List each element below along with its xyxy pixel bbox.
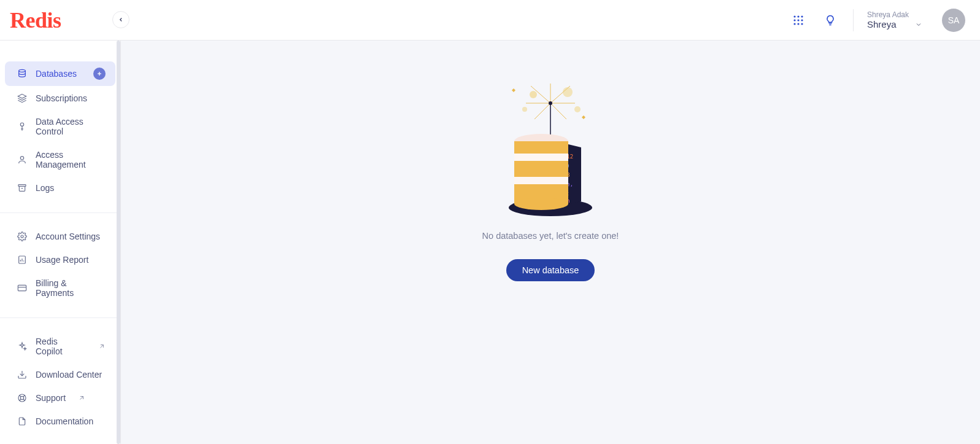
chevron-left-icon	[118, 17, 124, 23]
archive-icon	[17, 183, 27, 193]
svg-point-0	[793, 15, 795, 17]
layers-icon	[17, 93, 27, 103]
sidebar-item-label: Data Access Control	[36, 117, 106, 136]
svg-rect-57	[514, 141, 568, 154]
sidebar-item-logs[interactable]: Logs	[5, 177, 115, 199]
download-icon	[17, 370, 27, 380]
sidebar-item-redis-copilot[interactable]: Redis Copilot	[5, 330, 115, 362]
key-icon	[17, 122, 27, 131]
svg-point-7	[797, 23, 799, 25]
plus-icon	[96, 71, 102, 77]
header: Redis Shreya Adak Shreya SA	[0, 0, 980, 41]
svg-point-2	[801, 15, 803, 17]
svg-point-62	[514, 198, 568, 210]
sidebar-item-label: Download Center	[36, 370, 102, 380]
sidebar-item-documentation[interactable]: Documentation	[5, 410, 115, 432]
svg-point-16	[20, 157, 23, 160]
svg-line-34	[80, 397, 83, 400]
svg-point-29	[20, 396, 23, 399]
svg-point-13	[20, 123, 23, 126]
svg-rect-17	[18, 185, 26, 187]
external-link-icon	[78, 394, 85, 402]
user-fullname: Shreya Adak	[867, 10, 928, 19]
nav-section-links: Redis Copilot Download Center Support Do…	[0, 317, 120, 444]
sidebar-item-label: Usage Report	[36, 255, 88, 265]
header-right: Shreya Adak Shreya SA	[789, 9, 965, 32]
user-menu[interactable]: Shreya Adak Shreya	[867, 10, 928, 29]
svg-marker-12	[18, 94, 26, 98]
svg-rect-58	[514, 154, 568, 161]
sidebar-item-access-management[interactable]: Access Management	[5, 144, 115, 176]
empty-state-message: No databases yet, let's create one!	[482, 231, 619, 241]
svg-rect-59	[514, 161, 568, 177]
svg-point-8	[801, 23, 803, 25]
svg-rect-60	[514, 177, 568, 184]
sidebar-item-label: Logs	[36, 183, 54, 193]
sidebar-item-label: Billing & Payments	[36, 278, 106, 298]
sidebar-item-account-settings[interactable]: Account Settings	[5, 225, 115, 247]
database-icon	[17, 69, 27, 79]
svg-rect-24	[18, 285, 26, 290]
svg-line-42	[550, 103, 566, 119]
lifebuoy-icon	[17, 393, 27, 403]
sidebar-item-download-center[interactable]: Download Center	[5, 364, 115, 386]
sidebar-item-label: Databases	[36, 69, 77, 79]
empty-state-illustration: :"#12 {}() 5678 name, set hash	[495, 79, 606, 220]
new-database-button[interactable]: New database	[506, 259, 595, 281]
apps-grid-button[interactable]	[789, 11, 808, 29]
svg-point-46	[522, 107, 527, 112]
chevron-down-icon	[915, 21, 922, 28]
report-icon	[17, 255, 27, 265]
add-database-badge[interactable]	[93, 68, 106, 80]
main-content: :"#12 {}() 5678 name, set hash No databa…	[121, 41, 980, 444]
svg-point-3	[793, 19, 795, 21]
tips-button[interactable]	[821, 11, 839, 29]
sidebar-item-label: Redis Copilot	[36, 337, 86, 356]
sidebar-item-label: Access Management	[36, 150, 106, 169]
svg-point-45	[563, 87, 573, 97]
document-icon	[17, 416, 27, 426]
user-row: Shreya	[867, 19, 928, 29]
user-icon	[17, 155, 27, 165]
credit-card-icon	[17, 283, 27, 293]
sidebar-item-label: Documentation	[36, 416, 93, 426]
avatar[interactable]: SA	[942, 9, 965, 32]
gear-icon	[17, 232, 27, 241]
sparkle-icon	[17, 341, 27, 351]
collapse-sidebar-button[interactable]	[112, 11, 129, 28]
lightbulb-icon	[824, 14, 836, 26]
user-account: Shreya	[867, 19, 897, 29]
sidebar-item-support[interactable]: Support	[5, 387, 115, 409]
svg-point-47	[574, 106, 581, 112]
svg-line-41	[534, 103, 550, 119]
sidebar-scrollbar[interactable]	[117, 41, 120, 444]
svg-point-4	[797, 19, 799, 21]
svg-point-6	[793, 23, 795, 25]
header-divider	[853, 9, 854, 31]
logo-area: Redis	[10, 7, 61, 33]
sidebar-item-usage-report[interactable]: Usage Report	[5, 249, 115, 271]
external-link-icon	[98, 343, 106, 350]
sidebar-item-label: Support	[36, 393, 66, 403]
sidebar-item-subscriptions[interactable]: Subscriptions	[5, 87, 115, 109]
svg-point-5	[801, 19, 803, 21]
svg-point-19	[21, 235, 23, 238]
svg-point-9	[19, 69, 26, 72]
sidebar-item-billing-payments[interactable]: Billing & Payments	[5, 272, 115, 304]
svg-line-26	[101, 345, 104, 348]
sidebar: Databases Subscriptions Data Access Cont…	[0, 41, 121, 444]
svg-point-1	[797, 15, 799, 17]
sidebar-item-label: Subscriptions	[36, 93, 87, 103]
sidebar-item-data-access-control[interactable]: Data Access Control	[5, 111, 115, 142]
sidebar-item-databases[interactable]: Databases	[5, 61, 115, 86]
svg-point-44	[530, 91, 537, 98]
nav-section-settings: Account Settings Usage Report Billing & …	[0, 212, 120, 316]
body-wrap: Databases Subscriptions Data Access Cont…	[0, 41, 980, 444]
apps-grid-icon	[793, 15, 804, 26]
sidebar-item-label: Account Settings	[36, 232, 100, 241]
nav-section-main: Databases Subscriptions Data Access Cont…	[0, 61, 120, 211]
redis-logo[interactable]: Redis	[10, 7, 61, 33]
